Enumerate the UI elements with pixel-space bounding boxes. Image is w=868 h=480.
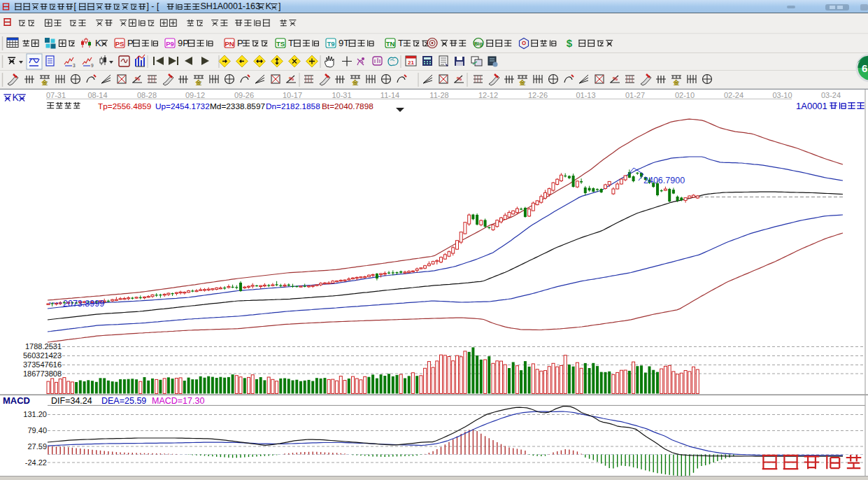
svg-text:Bt=2040.7898: Bt=2040.7898 <box>322 101 373 111</box>
svg-text:560321423: 560321423 <box>23 351 62 360</box>
svg-text:金: 金 <box>352 79 360 86</box>
svg-text:$: $ <box>567 37 573 49</box>
svg-text:] - [: ] - [ <box>146 1 159 11</box>
svg-text:07-31: 07-31 <box>46 91 66 99</box>
svg-text:9P: 9P <box>178 38 189 48</box>
svg-text:SH1A0001-163: SH1A0001-163 <box>200 1 260 11</box>
svg-text:131.20: 131.20 <box>23 410 47 418</box>
svg-text:-24.22: -24.22 <box>25 458 47 467</box>
svg-text:01-13: 01-13 <box>576 91 595 99</box>
svg-text:MACD=17.30: MACD=17.30 <box>152 396 204 406</box>
svg-text:Up=2454.1732: Up=2454.1732 <box>155 101 210 111</box>
svg-text:21: 21 <box>408 59 414 66</box>
svg-text:%: % <box>457 76 462 82</box>
svg-text:03-10: 03-10 <box>772 91 792 99</box>
svg-text:6: 6 <box>862 62 867 74</box>
svg-text:3: 3 <box>73 63 76 68</box>
svg-text:[: [ <box>73 1 76 11</box>
svg-text:K: K <box>13 92 20 103</box>
svg-text:12-26: 12-26 <box>528 91 548 99</box>
svg-text:P9: P9 <box>166 40 174 48</box>
svg-text:Big: Big <box>474 41 483 47</box>
svg-text:K: K <box>95 38 101 48</box>
svg-text:PN: PN <box>225 40 234 48</box>
svg-text:T9: T9 <box>327 40 334 48</box>
svg-text:9T: 9T <box>339 38 349 48</box>
svg-text:03-24: 03-24 <box>821 91 841 99</box>
svg-text:MACD: MACD <box>3 395 30 406</box>
svg-text:Md=2338.8597: Md=2338.8597 <box>210 101 265 111</box>
svg-text:08-14: 08-14 <box>87 91 107 99</box>
svg-text:%: % <box>289 76 294 82</box>
svg-text:P: P <box>237 38 243 48</box>
svg-text:9: 9 <box>91 63 94 68</box>
svg-text:金: 金 <box>519 79 527 86</box>
svg-text:Dn=2182.1858: Dn=2182.1858 <box>266 101 320 111</box>
svg-text:11-14: 11-14 <box>380 91 399 99</box>
svg-text:K: K <box>265 1 271 11</box>
svg-text:2406.7900: 2406.7900 <box>643 176 685 185</box>
svg-text:12-12: 12-12 <box>478 91 498 99</box>
svg-text:27.59: 27.59 <box>27 442 47 451</box>
svg-text:02-24: 02-24 <box>724 91 744 99</box>
svg-text:1788.2531: 1788.2531 <box>25 342 62 351</box>
svg-text:T: T <box>288 38 294 48</box>
svg-text:%: % <box>135 76 140 82</box>
svg-text:P: P <box>127 38 134 48</box>
svg-text:373547616: 373547616 <box>23 360 62 369</box>
svg-text:]: ] <box>278 1 280 11</box>
svg-text:PS: PS <box>115 40 124 48</box>
svg-text:79.40: 79.40 <box>27 426 47 435</box>
svg-text:金: 金 <box>673 79 681 86</box>
svg-text:01-27: 01-27 <box>625 91 645 99</box>
svg-text:TS: TS <box>276 40 285 48</box>
svg-text:T: T <box>398 38 404 48</box>
svg-text:10-31: 10-31 <box>332 91 351 99</box>
svg-text:11-28: 11-28 <box>429 91 448 99</box>
svg-text:08-28: 08-28 <box>137 91 157 99</box>
svg-text:DEA=25.59: DEA=25.59 <box>101 396 146 406</box>
svg-text:1A0001: 1A0001 <box>796 101 827 111</box>
svg-text:%: % <box>613 76 618 82</box>
svg-text:金: 金 <box>41 79 49 86</box>
svg-text:10-17: 10-17 <box>283 91 302 99</box>
svg-text:186773808: 186773808 <box>23 369 62 378</box>
svg-text:09-12: 09-12 <box>185 91 205 99</box>
svg-text:02-10: 02-10 <box>675 91 695 99</box>
svg-text:DIF=34.24: DIF=34.24 <box>51 396 92 406</box>
svg-text:2073.8999: 2073.8999 <box>63 299 104 309</box>
svg-text:Tp=2556.4859: Tp=2556.4859 <box>98 101 151 111</box>
svg-text:TN: TN <box>386 40 395 48</box>
svg-text:09-26: 09-26 <box>234 91 254 99</box>
svg-text:金: 金 <box>195 79 203 86</box>
